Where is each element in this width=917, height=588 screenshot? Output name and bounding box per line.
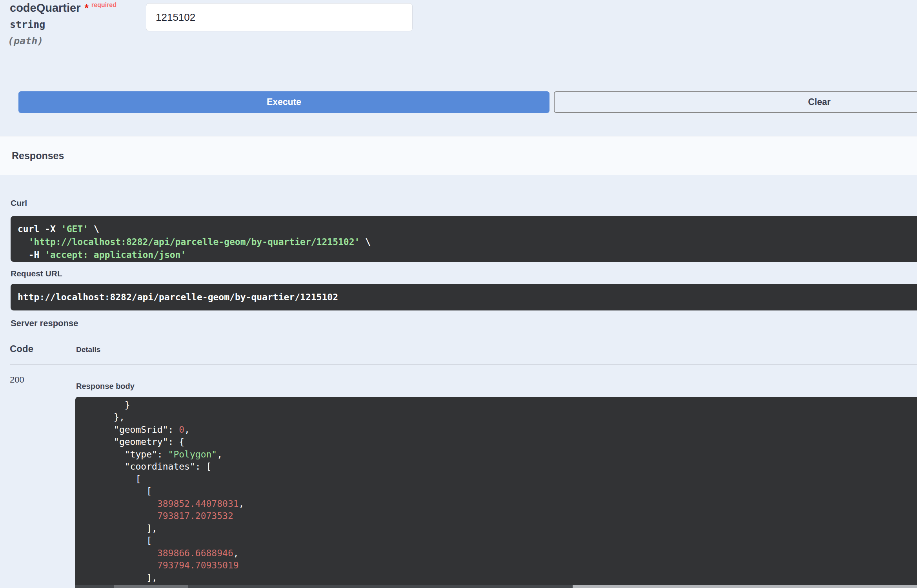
table-header-divider (10, 364, 917, 365)
request-url-block: http://localhost:8282/api/parcelle-geom/… (11, 284, 917, 310)
swagger-operation-page: { "colors": { "accent_blue": "#578ad9", … (0, 0, 917, 588)
curl-command-code: curl -X 'GET' \ 'http://localhost:8282/a… (18, 223, 917, 261)
clear-button[interactable]: Clear (554, 91, 917, 113)
responses-title: Responses (12, 150, 64, 162)
required-label: required (91, 2, 116, 8)
required-asterisk: * (85, 2, 89, 14)
parameter-name-row: codeQuartier*required (10, 2, 116, 15)
response-body-code: } } }, "geomSrid": 0, "geometry": { "typ… (81, 397, 917, 584)
response-body-block: } } }, "geomSrid": 0, "geometry": { "typ… (75, 397, 917, 588)
parameter-value-input[interactable] (146, 3, 413, 31)
response-body-horizontal-scrollbar-thumb[interactable] (114, 585, 188, 588)
status-code-cell: 200 (10, 375, 24, 385)
parameter-type: string (10, 19, 45, 30)
response-body-label: Response body (76, 382, 135, 391)
page-horizontal-scrollbar[interactable] (573, 585, 917, 588)
parameter-name: codeQuartier (10, 2, 81, 14)
request-url-label: Request URL (11, 269, 62, 278)
code-column-header: Code (10, 343, 33, 354)
parameter-location: (path) (8, 35, 43, 47)
request-url-value: http://localhost:8282/api/parcelle-geom/… (18, 292, 338, 302)
responses-section-header: Responses (0, 136, 917, 175)
execute-button[interactable]: Execute (18, 91, 549, 113)
curl-command-block: curl -X 'GET' \ 'http://localhost:8282/a… (11, 216, 917, 262)
server-response-label: Server response (11, 318, 78, 328)
curl-label: Curl (11, 198, 27, 208)
details-column-header: Details (76, 345, 100, 354)
